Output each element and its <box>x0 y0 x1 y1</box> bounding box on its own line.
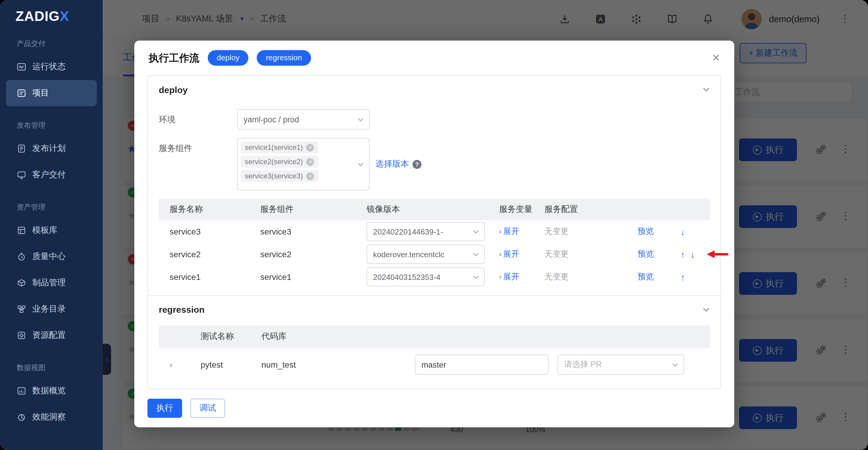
regression-section-body: 测试名称 代码库 › pytest num_test 请选择 PR <box>148 325 720 388</box>
service-name: service3 <box>169 227 260 236</box>
service-component: service1 <box>260 272 367 282</box>
stages-collapse: deploy 环境 yaml-poc / prod 服务组件 <box>148 75 721 389</box>
sidebar-item-quality-center[interactable]: 质量中心 <box>6 244 97 270</box>
service-component: service3 <box>260 227 367 236</box>
chevron-down-icon <box>703 307 710 312</box>
expand-vars-link[interactable]: ›展开 <box>499 249 545 260</box>
sidebar-item-label: 客户交付 <box>32 169 66 180</box>
preview-link[interactable]: 预览 <box>638 271 681 282</box>
branch-input[interactable] <box>415 354 549 375</box>
move-down-icon[interactable]: ↓ <box>690 249 695 259</box>
sidebar-item-performance-insight[interactable]: 效能洞察 <box>6 404 97 430</box>
chevron-down-icon <box>473 230 479 234</box>
move-up-icon[interactable]: ↑ <box>681 249 685 259</box>
sidebar-item-label: 项目 <box>32 88 49 98</box>
test-row-pytest: › pytest num_test 请选择 PR <box>159 348 710 381</box>
no-change-label: 无变更 <box>545 271 638 282</box>
preview-link[interactable]: 预览 <box>638 249 681 260</box>
app-logo[interactable]: ZADIGX <box>0 8 103 25</box>
project-icon <box>17 88 26 98</box>
col-service-vars: 服务变量 <box>499 204 545 215</box>
bar-chart-icon <box>17 386 26 396</box>
image-version-select[interactable]: 20240220144639-1- <box>367 222 485 241</box>
expand-row-icon[interactable]: › <box>169 360 200 369</box>
sidebar-item-label: 效能洞察 <box>32 412 66 422</box>
pie-chart-icon <box>17 412 26 422</box>
app-window: ZADIGX 产品交付 运行状态 项目 发布管理 发布计划 客户交付 资产管理 <box>0 0 868 450</box>
expand-vars-link[interactable]: ›展开 <box>499 271 545 282</box>
sidebar-item-label: 质量中心 <box>32 251 66 262</box>
col-test-name: 测试名称 <box>200 331 261 342</box>
repo-name: num_test <box>261 360 415 369</box>
close-icon[interactable]: × <box>712 51 720 64</box>
move-down-icon[interactable]: ↓ <box>681 226 685 237</box>
no-change-label: 无变更 <box>545 226 638 237</box>
sidebar-item-label: 制品管理 <box>32 278 66 288</box>
chevron-down-icon <box>703 87 710 92</box>
image-version-select[interactable]: 20240403152353-4 <box>367 267 485 287</box>
collapse-header-deploy[interactable]: deploy <box>148 76 720 103</box>
sidebar-item-resource-config[interactable]: 资源配置 <box>6 322 97 349</box>
expand-vars-link[interactable]: ›展开 <box>499 226 545 237</box>
stage-badge-regression: regression <box>257 50 311 66</box>
reorder-cell: ↓ <box>681 226 710 237</box>
chevron-down-icon <box>358 118 364 122</box>
remove-tag-icon[interactable]: × <box>307 172 314 180</box>
sidebar-item-label: 数据概览 <box>32 386 66 396</box>
sidebar-item-release-plan[interactable]: 发布计划 <box>6 135 97 162</box>
service-name: service1 <box>169 272 260 282</box>
dialog-title: 执行工作流 <box>149 51 199 65</box>
sidebar-item-running-status[interactable]: 运行状态 <box>6 54 97 80</box>
dialog-body: deploy 环境 yaml-poc / prod 服务组件 <box>134 72 734 390</box>
help-icon[interactable]: ? <box>412 160 422 169</box>
screen: ZADIGX 产品交付 运行状态 项目 发布管理 发布计划 客户交付 资产管理 <box>0 0 868 450</box>
col-repo: 代码库 <box>261 331 415 342</box>
service-name: service2 <box>169 250 260 259</box>
service-row-service3: service3 service3 20240220144639-1- ›展开 … <box>159 220 710 243</box>
deploy-section-body: 环境 yaml-poc / prod 服务组件 service1(service… <box>148 103 720 295</box>
template-icon <box>17 226 26 235</box>
pr-select[interactable]: 请选择 PR <box>558 354 684 375</box>
plan-icon <box>17 144 26 153</box>
run-button[interactable]: 执行 <box>148 399 182 418</box>
no-change-label: 无变更 <box>545 249 638 260</box>
test-name: pytest <box>200 360 261 369</box>
remove-tag-icon[interactable]: × <box>307 143 314 151</box>
env-select[interactable]: yaml-poc / prod <box>237 109 370 129</box>
sidebar-group-data-view: 数据视图 <box>17 363 103 373</box>
sidebar-item-label: 业务目录 <box>32 304 66 315</box>
sidebar-item-projects[interactable]: 项目 <box>6 80 97 106</box>
tests-table-header: 测试名称 代码库 <box>159 325 710 348</box>
reorder-cell: ↑ ↓ <box>681 249 729 259</box>
sidebar-item-label: 运行状态 <box>32 62 66 72</box>
run-workflow-dialog: 执行工作流 deploy regression × deploy 环境 <box>134 40 734 427</box>
col-service-component: 服务组件 <box>260 204 367 215</box>
chevron-down-icon <box>473 253 479 257</box>
flow-icon <box>17 304 26 314</box>
services-multiselect[interactable]: service1(service1)× service2(service2)× … <box>237 138 370 190</box>
sidebar-item-customer-delivery[interactable]: 客户交付 <box>6 162 97 188</box>
services-label: 服务组件 <box>159 138 237 158</box>
service-row-service2: service2 service2 koderover.tencentclc ›… <box>159 243 710 265</box>
stopwatch-icon <box>17 252 26 261</box>
remove-tag-icon[interactable]: × <box>307 158 314 166</box>
debug-button[interactable]: 调试 <box>190 399 225 418</box>
collapse-header-regression[interactable]: regression <box>148 295 720 323</box>
sidebar-item-data-overview[interactable]: 数据概览 <box>6 378 97 404</box>
image-version-select[interactable]: koderover.tencentclc <box>367 245 485 264</box>
move-up-icon[interactable]: ↑ <box>681 272 685 282</box>
env-label: 环境 <box>159 109 237 129</box>
sidebar-item-artifact-management[interactable]: 制品管理 <box>6 270 97 296</box>
services-table-header: 服务名称 服务组件 镜像版本 服务变量 服务配置 <box>159 199 710 220</box>
sidebar-group-asset-management: 资产管理 <box>17 202 103 213</box>
sidebar-item-business-catalog[interactable]: 业务目录 <box>6 296 97 322</box>
env-field-row: 环境 yaml-poc / prod <box>159 109 710 129</box>
sidebar-item-label: 资源配置 <box>32 330 66 341</box>
service-tag: service2(service2)× <box>241 156 318 168</box>
col-service-config: 服务配置 <box>545 204 638 215</box>
pulse-icon <box>17 62 26 72</box>
preview-link[interactable]: 预览 <box>638 226 681 237</box>
service-tag: service3(service3)× <box>241 170 318 182</box>
choose-version-link[interactable]: 选择版本 ? <box>375 159 422 169</box>
sidebar-item-template-library[interactable]: 模板库 <box>6 217 97 244</box>
